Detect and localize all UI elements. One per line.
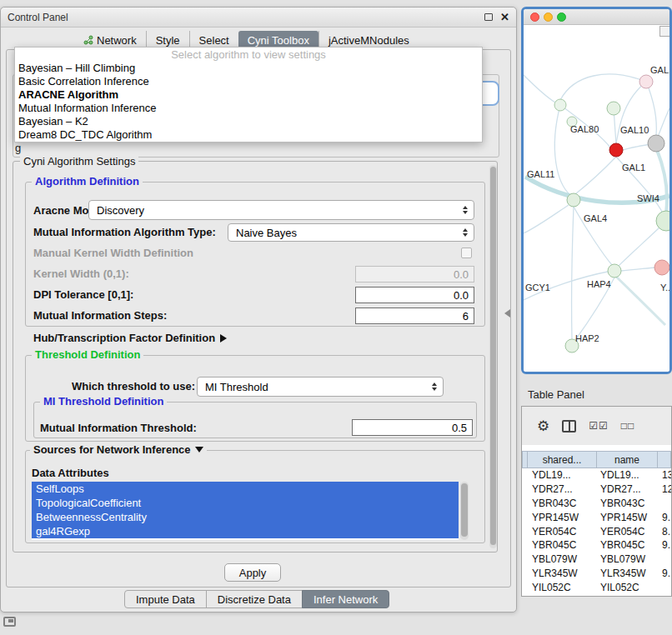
hidden-label-fragment: g xyxy=(15,142,21,154)
data-attributes-label: Data Attributes xyxy=(32,467,109,480)
dpi-tolerance-field[interactable]: 0.0 xyxy=(355,287,474,303)
attribute-item-topologicalcoefficient[interactable]: TopologicalCoefficient xyxy=(32,496,459,510)
expanded-arrow-icon xyxy=(195,447,203,452)
column-header-shared-name[interactable]: shared... xyxy=(527,451,597,468)
node-label: GAL... xyxy=(650,65,669,75)
algorithm-option-basic-correlation[interactable]: Basic Correlation Inference xyxy=(15,75,482,88)
sources-group-title: Sources for Network Inference xyxy=(33,443,191,456)
network-canvas[interactable]: GAL... GAL80 GAL10 GAL11 GAL1 SWI4 GAL4 … xyxy=(524,25,669,372)
tab-network-label: Network xyxy=(97,34,137,47)
aracne-mode-select[interactable]: Discovery xyxy=(88,200,474,220)
algorithm-option-mutual-information[interactable]: Mutual Information Inference xyxy=(15,102,482,115)
dpi-tolerance-label: DPI Tolerance [0,1]: xyxy=(33,288,133,302)
node-gal10-red[interactable] xyxy=(609,143,623,157)
tab-discretize-data[interactable]: Discretize Data xyxy=(206,590,303,608)
table-row[interactable]: YBR045CYBR045C9. xyxy=(522,538,671,552)
close-icon[interactable]: ✕ xyxy=(500,12,509,22)
algorithm-definition-title: Algorithm Definition xyxy=(32,175,143,188)
table-panel-title: Table Panel xyxy=(528,388,584,401)
mi-algorithm-type-label: Mutual Information Algorithm Type: xyxy=(33,226,216,239)
panel-collapse-arrow[interactable] xyxy=(504,309,510,318)
titlebar-controls: ✕ xyxy=(484,12,509,22)
apply-button[interactable]: Apply xyxy=(224,563,281,582)
algorithm-option-aracne[interactable]: ARACNE Algorithm xyxy=(15,88,482,102)
combo-arrows-icon xyxy=(432,382,437,391)
table-row[interactable]: YDR27...YDR27...12 xyxy=(522,482,671,497)
network-toolbar-fragment[interactable] xyxy=(659,26,670,37)
table-row[interactable]: YLR345WYLR345W9. xyxy=(522,567,671,581)
mi-steps-label: Mutual Information Steps: xyxy=(33,309,167,322)
data-attributes-list: SelfLoops TopologicalCoefficient Between… xyxy=(32,482,459,540)
node-green-2[interactable] xyxy=(554,99,566,111)
node-label: GAL4 xyxy=(584,213,607,223)
tab-cyni-toolbox-label: Cyni Toolbox xyxy=(248,34,309,47)
attribute-item-betweennesscentrality[interactable]: BetweennessCentrality xyxy=(32,510,459,524)
network-graph: GAL... GAL80 GAL10 GAL11 GAL1 SWI4 GAL4 … xyxy=(524,25,669,372)
combo-arrows-icon xyxy=(463,206,468,214)
node-label: GAL10 xyxy=(620,125,649,135)
clear-all-checkboxes-icon[interactable]: □□ xyxy=(621,420,635,432)
table-row[interactable]: YIL052CYIL052C xyxy=(522,580,671,594)
manual-kernel-width-checkbox[interactable] xyxy=(461,248,472,258)
node-label: HAP2 xyxy=(575,333,599,343)
restore-panel-icon[interactable] xyxy=(3,617,16,627)
select-all-checkboxes-icon[interactable]: ☑☑ xyxy=(589,420,609,432)
mi-algorithm-type-select[interactable]: Naive Bayes xyxy=(228,223,474,242)
node-label: GAL80 xyxy=(570,124,599,134)
mi-steps-field[interactable]: 6 xyxy=(355,308,474,324)
bottom-tabs: Impute Data Discretize Data Infer Networ… xyxy=(124,590,389,608)
zoom-traffic-light[interactable] xyxy=(557,12,566,22)
tab-infer-network[interactable]: Infer Network xyxy=(302,590,389,608)
gear-icon[interactable]: ⚙ xyxy=(537,419,549,433)
settings-scrollbar[interactable] xyxy=(489,165,497,548)
kernel-width-field[interactable]: 0.0 xyxy=(355,266,474,282)
table-toolbar: ⚙ ☑☑ □□ xyxy=(522,407,671,445)
node-swi4[interactable] xyxy=(656,211,669,231)
table-row[interactable]: YDL19...YDL19...13 xyxy=(522,468,671,482)
node-hap4[interactable] xyxy=(608,264,621,278)
table-panel-window: ⚙ ☑☑ □□ shared... name YDL19...YDL19...1… xyxy=(521,406,672,597)
algorithm-option-dream8[interactable]: Dream8 DC_TDC Algorithm xyxy=(15,128,482,142)
tab-select-label: Select xyxy=(199,34,229,47)
sources-group-toggle[interactable]: Sources for Network Inference xyxy=(30,443,207,457)
column-header-name[interactable]: name xyxy=(596,451,658,468)
node-label: GAL11 xyxy=(527,169,554,179)
node-gal4[interactable] xyxy=(567,193,580,207)
mi-algorithm-type-value: Naive Bayes xyxy=(236,227,297,239)
hub-definition-label: Hub/Transcription Factor Definition xyxy=(33,332,215,344)
table-row[interactable]: YPR145WYPR145W9. xyxy=(522,510,671,524)
close-traffic-light[interactable] xyxy=(530,12,539,22)
float-window-icon[interactable] xyxy=(484,13,493,21)
node-pink[interactable] xyxy=(654,260,669,275)
column-header-partial[interactable] xyxy=(657,451,671,468)
manual-kernel-width-label: Manual Kernel Width Definition xyxy=(33,247,193,260)
algorithm-option-bayesian-k2[interactable]: Bayesian – K2 xyxy=(15,115,482,128)
tab-jactivemodules-label: jActiveMNodules xyxy=(328,34,409,47)
node-gal-top[interactable] xyxy=(639,75,653,88)
network-window-titlebar[interactable] xyxy=(524,9,669,25)
table-row[interactable]: YER054CYER054C8. xyxy=(522,524,671,538)
cyni-algorithm-settings-group: Cyni Algorithm Settings Algorithm Defini… xyxy=(13,161,498,552)
which-threshold-select[interactable]: MI Threshold xyxy=(197,377,444,397)
kernel-width-label: Kernel Width (0,1): xyxy=(33,268,129,281)
node-label: SWI4 xyxy=(637,193,659,203)
attribute-item-gal4rgexp[interactable]: gal4RGexp xyxy=(32,524,459,538)
control-panel-titlebar[interactable]: Control Panel ✕ xyxy=(1,8,516,28)
node-gray[interactable] xyxy=(648,135,664,152)
table-body: YDL19...YDL19...13 YDR27...YDR27...12 YB… xyxy=(522,468,671,596)
tab-impute-data[interactable]: Impute Data xyxy=(124,590,207,608)
minimize-traffic-light[interactable] xyxy=(544,12,553,22)
attribute-item-selfloops[interactable]: SelfLoops xyxy=(32,482,459,496)
hub-definition-toggle[interactable]: Hub/Transcription Factor Definition xyxy=(33,332,227,345)
columns-icon[interactable] xyxy=(562,420,576,432)
mi-threshold-field[interactable]: 0.5 xyxy=(352,419,473,436)
table-header: shared... name xyxy=(522,451,671,468)
which-threshold-value: MI Threshold xyxy=(205,381,268,393)
node-green-1[interactable] xyxy=(607,102,620,115)
algorithm-dropdown-placeholder: Select algorithm to view settings xyxy=(15,48,482,62)
mi-threshold-definition-title: MI Threshold Definition xyxy=(40,395,167,408)
table-row[interactable]: YBR043CYBR043C xyxy=(522,497,671,511)
table-row[interactable]: YBL079WYBL079W xyxy=(522,552,671,567)
attributes-list-scrollbar[interactable] xyxy=(460,482,469,540)
algorithm-option-bayesian-hill-climbing[interactable]: Bayesian – Hill Climbing xyxy=(15,62,482,75)
